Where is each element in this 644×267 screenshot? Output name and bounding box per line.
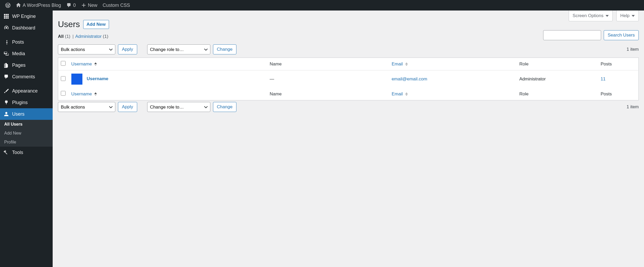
dashboard-icon (3, 25, 9, 31)
comment-icon (66, 3, 72, 8)
column-name-foot: Name (270, 91, 281, 96)
home-icon (16, 3, 21, 8)
wp-logo-menu[interactable] (3, 0, 13, 11)
svg-rect-6 (4, 17, 5, 19)
apply-bulk-button-top[interactable]: Apply (118, 44, 137, 54)
change-role-button-top[interactable]: Change (213, 44, 237, 54)
users-submenu: All Users Add New Profile (0, 120, 53, 147)
site-name: A WordPress Blog (23, 3, 61, 8)
avatar (71, 74, 82, 85)
help-button[interactable]: Help (616, 11, 639, 21)
item-count-top: 1 item (627, 47, 639, 52)
pin-icon (3, 39, 9, 45)
bulk-actions-select-bottom[interactable]: Bulk actions (58, 102, 115, 112)
change-role-select-bottom[interactable]: Change role to… (147, 102, 210, 112)
user-search-input[interactable] (543, 30, 601, 40)
row-role: Administrator (517, 70, 598, 88)
custom-css-link[interactable]: Custom CSS (100, 0, 133, 11)
row-posts-link[interactable]: 11 (601, 76, 606, 81)
sidebar-item-tools[interactable]: Tools (0, 147, 53, 158)
admin-toolbar: A WordPress Blog 0 New Custom CSS (0, 0, 644, 11)
wpengine-icon (3, 13, 9, 19)
sidebar-item-label: Comments (12, 74, 35, 80)
wrench-icon (3, 149, 9, 156)
sidebar-item-plugins[interactable]: Plugins (0, 97, 53, 108)
search-users-button[interactable]: Search Users (604, 30, 639, 40)
sidebar-item-label: Plugins (12, 100, 28, 105)
svg-rect-2 (7, 14, 9, 15)
sidebar-item-users[interactable]: Users (0, 108, 53, 120)
sidebar-item-label: Users (12, 111, 24, 117)
column-posts-foot: Posts (601, 91, 612, 96)
media-icon (3, 50, 9, 57)
column-email-sort[interactable]: Email (392, 61, 408, 66)
submenu-all-users[interactable]: All Users (0, 120, 53, 129)
sidebar-item-posts[interactable]: Posts (0, 36, 53, 48)
sidebar-item-label: Pages (12, 63, 26, 68)
chevron-down-icon (606, 15, 609, 17)
tablenav-top: Bulk actions Apply Change role to… Chang… (58, 43, 639, 56)
select-all-checkbox-top[interactable] (61, 61, 66, 66)
svg-rect-3 (4, 16, 5, 17)
column-username-sort[interactable]: Username (71, 61, 97, 66)
comments-link[interactable]: 0 (64, 0, 78, 11)
new-content-link[interactable]: New (78, 0, 100, 11)
sidebar-item-dashboard[interactable]: Dashboard (0, 22, 53, 34)
user-icon (3, 111, 9, 117)
main-content: Screen Options Help Users Add New All (1… (53, 11, 644, 267)
comment-icon (3, 74, 9, 80)
filter-administrator-count: (1) (103, 34, 108, 39)
svg-rect-1 (6, 14, 7, 15)
column-name: Name (270, 61, 281, 66)
sidebar-item-appearance[interactable]: Appearance (0, 85, 53, 97)
row-name: — (267, 70, 389, 88)
custom-css-label: Custom CSS (103, 3, 130, 8)
row-select-checkbox[interactable] (61, 76, 66, 81)
sidebar-item-label: Media (12, 51, 25, 57)
screen-options-button[interactable]: Screen Options (569, 11, 613, 21)
svg-rect-4 (6, 16, 7, 17)
svg-rect-7 (6, 17, 7, 19)
sidebar-item-label: Appearance (12, 88, 38, 94)
sidebar-item-label: Tools (12, 150, 23, 155)
change-role-select-top[interactable]: Change role to… (147, 44, 210, 54)
change-role-button-bottom[interactable]: Change (213, 102, 237, 112)
sidebar-item-label: Posts (12, 39, 24, 45)
plus-icon (81, 3, 86, 8)
column-posts: Posts (601, 61, 612, 66)
tablenav-bottom: Bulk actions Apply Change role to… Chang… (58, 100, 639, 114)
users-table: Username Name Email Role Posts (58, 58, 639, 100)
sidebar-item-pages[interactable]: Pages (0, 59, 53, 71)
comments-count: 0 (73, 3, 76, 8)
column-email-sort-foot[interactable]: Email (392, 91, 408, 96)
column-role-foot: Role (519, 91, 528, 96)
page-title: Users (58, 19, 80, 29)
table-row: Username — email@email.com Administrator… (58, 70, 639, 88)
add-new-user-button[interactable]: Add New (83, 20, 109, 29)
sidebar-item-wpengine[interactable]: WP Engine (0, 11, 53, 22)
sidebar-item-comments[interactable]: Comments (0, 71, 53, 83)
column-username-sort-foot[interactable]: Username (71, 91, 97, 96)
filter-administrator-link[interactable]: Administrator (75, 34, 102, 39)
row-username-link[interactable]: Username (87, 76, 108, 81)
submenu-profile[interactable]: Profile (0, 138, 53, 147)
svg-rect-0 (4, 14, 5, 15)
submenu-add-new[interactable]: Add New (0, 129, 53, 138)
brush-icon (3, 88, 9, 94)
admin-sidebar: WP Engine Dashboard Posts Media Pages (0, 11, 53, 267)
select-all-checkbox-bottom[interactable] (61, 91, 66, 96)
sidebar-item-media[interactable]: Media (0, 48, 53, 59)
filter-all-link[interactable]: All (58, 34, 64, 39)
page-icon (3, 62, 9, 68)
sidebar-item-label: Dashboard (12, 25, 35, 31)
bulk-actions-select-top[interactable]: Bulk actions (58, 44, 115, 54)
row-email-link[interactable]: email@email.com (392, 76, 427, 81)
sidebar-item-label: WP Engine (12, 14, 36, 19)
new-label: New (88, 3, 97, 8)
svg-rect-8 (7, 17, 9, 19)
column-role: Role (519, 61, 528, 66)
wordpress-logo-icon (5, 3, 11, 8)
apply-bulk-button-bottom[interactable]: Apply (118, 102, 137, 112)
site-link[interactable]: A WordPress Blog (13, 0, 64, 11)
chevron-down-icon (632, 15, 635, 17)
